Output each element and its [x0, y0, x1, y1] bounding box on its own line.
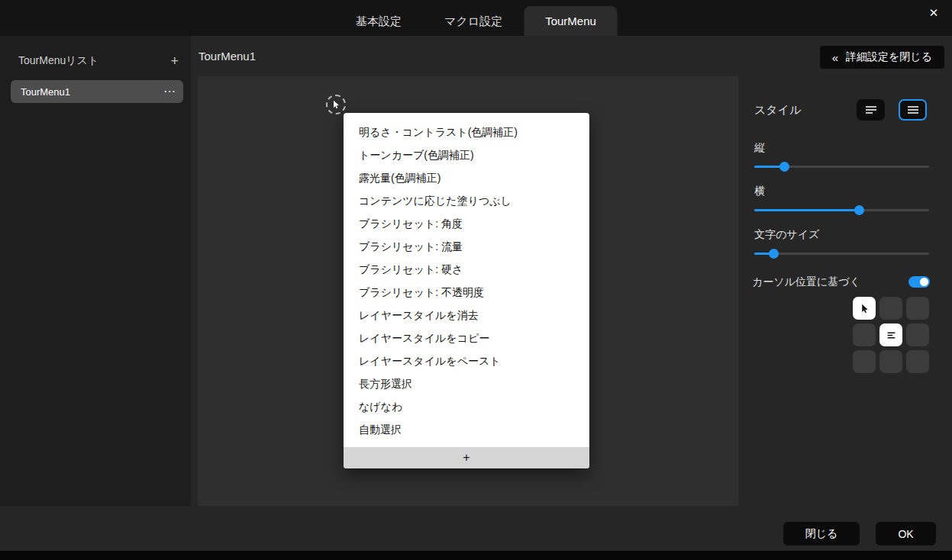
page-title: TourMenu1	[198, 50, 256, 63]
slider-thumb[interactable]	[779, 162, 789, 172]
tourmenu-item-list: 明るさ・コントラスト(色調補正) トーンカーブ(色調補正) 露光量(色調補正) …	[344, 113, 589, 447]
menu-add-item-button[interactable]: +	[344, 447, 589, 468]
titlebar: 基本設定 マクロ設定 TourMenu ✕	[0, 0, 952, 36]
grid-cell-7[interactable]	[879, 350, 902, 373]
bottom-strip	[0, 551, 952, 560]
chevron-double-left-icon: «	[832, 51, 838, 64]
position-grid	[853, 297, 929, 373]
ok-button[interactable]: OK	[876, 522, 936, 546]
slider-fill	[754, 209, 859, 211]
menu-item[interactable]: ブラシリセット: 流量	[344, 235, 589, 258]
menu-item[interactable]: 自動選択	[344, 418, 589, 441]
grid-cell-1[interactable]	[879, 297, 902, 320]
menu-item[interactable]: レイヤースタイルをペースト	[344, 349, 589, 372]
collapse-button-label: 詳細設定を閉じる	[846, 50, 932, 64]
menu-item[interactable]: ブラシリセット: 不透明度	[344, 281, 589, 304]
style-compact-button[interactable]	[899, 99, 927, 121]
grid-cell-2[interactable]	[906, 297, 929, 320]
add-tourmenu-button[interactable]: +	[170, 54, 179, 68]
font-size-slider[interactable]	[754, 248, 929, 259]
close-button[interactable]: 閉じる	[783, 522, 860, 546]
compact-style-icon	[907, 105, 919, 114]
slider-thumb[interactable]	[769, 249, 779, 259]
settings-window: 基本設定 マクロ設定 TourMenu ✕ TourMenuリスト + Tour…	[0, 0, 952, 560]
grid-cell-3[interactable]	[853, 323, 876, 346]
grid-cell-4[interactable]	[879, 323, 902, 346]
list-icon	[886, 330, 896, 340]
cursor-toggle[interactable]	[908, 276, 930, 288]
vertical-slider-label: 縦	[754, 141, 765, 155]
tourmenu-preview: 明るさ・コントラスト(色調補正) トーンカーブ(色調補正) 露光量(色調補正) …	[344, 113, 589, 468]
horizontal-slider-label: 横	[754, 185, 765, 198]
horizontal-slider[interactable]	[754, 204, 929, 216]
slider-track	[754, 253, 929, 255]
grid-cell-5[interactable]	[906, 323, 929, 346]
style-list-button[interactable]	[857, 99, 885, 121]
tourmenu-list-sidebar: TourMenuリスト + TourMenu1 ⋯	[0, 36, 191, 506]
sidebar-header: TourMenuリスト +	[0, 36, 191, 79]
sidebar-item-label: TourMenu1	[21, 86, 70, 98]
menu-item[interactable]: ブラシリセット: 硬さ	[344, 258, 589, 281]
menu-item[interactable]: ブラシリセット: 角度	[344, 212, 589, 235]
grid-cell-6[interactable]	[853, 350, 876, 373]
close-advanced-settings-button[interactable]: « 詳細設定を閉じる	[820, 46, 944, 69]
sidebar-item-tourmenu1[interactable]: TourMenu1 ⋯	[11, 80, 183, 103]
close-icon[interactable]: ✕	[925, 4, 943, 22]
cursor-icon	[860, 304, 870, 314]
cursor-position-toggle-label: カーソル位置に基づく	[752, 275, 860, 289]
style-label: スタイル	[754, 103, 801, 117]
tab-macro-settings[interactable]: マクロ設定	[423, 6, 524, 36]
slider-thumb[interactable]	[854, 205, 864, 215]
grid-cell-0[interactable]	[853, 297, 876, 320]
menu-item[interactable]: レイヤースタイルをコピー	[344, 327, 589, 349]
more-options-icon[interactable]: ⋯	[163, 85, 176, 98]
cursor-position-badge	[326, 95, 346, 114]
menu-item[interactable]: トーンカーブ(色調補正)	[344, 143, 589, 166]
menu-item[interactable]: 露光量(色調補正)	[344, 166, 589, 189]
font-size-slider-label: 文字のサイズ	[754, 228, 819, 242]
tab-bar: 基本設定 マクロ設定 TourMenu	[334, 0, 618, 36]
tab-basic-settings[interactable]: 基本設定	[334, 6, 423, 36]
cursor-icon	[331, 100, 340, 109]
list-style-icon	[865, 105, 877, 114]
tab-tourmenu[interactable]: TourMenu	[524, 6, 618, 36]
menu-item[interactable]: コンテンツに応じた塗りつぶし	[344, 189, 589, 212]
menu-item[interactable]: 長方形選択	[344, 372, 589, 395]
grid-cell-8[interactable]	[906, 350, 929, 373]
vertical-slider[interactable]	[754, 161, 929, 172]
toggle-knob	[920, 278, 928, 286]
menu-item[interactable]: 明るさ・コントラスト(色調補正)	[344, 121, 589, 143]
menu-item[interactable]: レイヤースタイルを消去	[344, 304, 589, 327]
menu-item[interactable]: なげなわ	[344, 395, 589, 418]
sidebar-title: TourMenuリスト	[18, 54, 98, 68]
